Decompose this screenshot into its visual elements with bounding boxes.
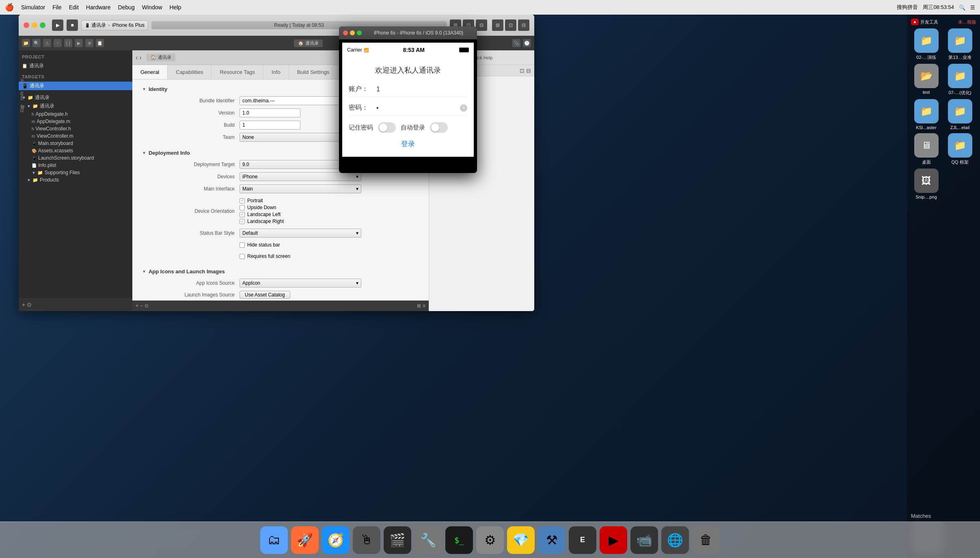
dock-mouse[interactable]: 🖱	[353, 526, 380, 554]
minimize-button[interactable]	[32, 22, 37, 28]
nav-item-appdelegate-m[interactable]: m AppDelegate.m	[19, 118, 132, 125]
bottom-add-btn[interactable]: +	[136, 303, 138, 309]
dock-xcode[interactable]: ⚒	[538, 526, 566, 554]
apple-menu[interactable]: 🍎	[5, 3, 14, 12]
menu-hardware[interactable]: Hardware	[86, 4, 111, 11]
bottom-minus-btn[interactable]: −	[140, 303, 143, 309]
maximize-button[interactable]	[40, 22, 45, 28]
util-collapse-btn[interactable]: ⊟	[526, 67, 531, 74]
tab-resource-tags[interactable]: Resource Tags	[212, 65, 263, 79]
desktop-icon-desktop[interactable]: 🖥 桌面	[911, 133, 941, 165]
desktop-icon-test[interactable]: 📂 test	[911, 64, 941, 96]
bottom-list-btn[interactable]: ≡	[423, 303, 425, 309]
nav-report-btn[interactable]: 📋	[96, 39, 104, 47]
nav-breakpt-btn[interactable]: ⊕	[85, 39, 93, 47]
menu-edit[interactable]: Edit	[69, 4, 79, 11]
nav-item-supporting[interactable]: ▼ 📁 Supporting Files	[19, 169, 132, 176]
nav-item-viewcontroller-h[interactable]: h ViewController.h	[19, 125, 132, 132]
dock-syspref[interactable]: ⚙	[476, 526, 504, 554]
dock-sketch[interactable]: 💎	[507, 526, 535, 554]
nav-item-group-root[interactable]: ▼ 📁 通讯录	[19, 93, 132, 102]
sim-account-input[interactable]: 1	[373, 86, 467, 93]
dock-exec[interactable]: E	[569, 526, 596, 554]
nav-symbol-btn[interactable]: { }	[64, 39, 72, 47]
dock-finder[interactable]: 🗂	[260, 526, 288, 554]
bottom-more-btn[interactable]: ⊙	[145, 303, 149, 309]
nav-add-btn[interactable]: +	[22, 301, 25, 308]
desktop-icon-qq[interactable]: 📁 QQ 框架	[945, 133, 975, 165]
sim-remember-switch[interactable]	[378, 122, 396, 133]
tab-build-settings[interactable]: Build Settings	[289, 65, 338, 79]
status-bar-style-select[interactable]: Default ▾	[240, 229, 361, 238]
nav-warning-btn[interactable]: ⚠	[43, 39, 51, 47]
nav-item-project[interactable]: 📋 通讯录	[19, 62, 132, 70]
app-icons-header[interactable]: ▼ App Icons and Launch Images	[142, 268, 419, 275]
input-method[interactable]: 搜狗拼音	[897, 4, 918, 11]
menu-icon[interactable]: ☰	[970, 4, 975, 11]
portrait-checkbox[interactable]	[240, 198, 245, 203]
search-icon[interactable]: 🔍	[959, 4, 965, 11]
hide-statusbar-checkbox[interactable]	[240, 242, 245, 248]
desktop-icon-13[interactable]: 📁 第13…业准	[945, 28, 975, 61]
scheme-selector[interactable]: 📱 通讯录 › iPhone 6s Plus	[81, 20, 148, 30]
devices-select[interactable]: iPhone ▾	[240, 172, 361, 181]
bottom-grid-btn[interactable]: ⊞	[417, 303, 421, 309]
menu-window[interactable]: Window	[142, 4, 162, 11]
stop-button[interactable]: ■	[67, 19, 78, 31]
nav-item-viewcontroller-m[interactable]: m ViewController.m	[19, 132, 132, 140]
util-expand-btn[interactable]: ⊡	[520, 67, 525, 74]
dock-safari[interactable]: 🧭	[322, 526, 350, 554]
main-interface-select[interactable]: Main ▾	[240, 184, 361, 193]
sim-password-clear-btn[interactable]: ✕	[460, 104, 467, 112]
run-button[interactable]: ▶	[52, 19, 63, 31]
dock-tools[interactable]: 🔧	[414, 526, 442, 554]
dock-launchpad[interactable]: 🚀	[291, 526, 319, 554]
nav-item-target[interactable]: 📱 通讯录	[19, 82, 132, 90]
util-inspector-btn[interactable]: 📎	[512, 39, 520, 47]
util-history-btn[interactable]: 🕐	[523, 39, 531, 47]
tab-general[interactable]: General	[132, 65, 168, 79]
dock-trash[interactable]: 🗑	[692, 526, 720, 554]
desktop-icon-zjl[interactable]: 📁 ZJL...etail	[945, 99, 975, 130]
nav-item-infoplist[interactable]: 📄 Info.plist	[19, 162, 132, 169]
nav-search-btn[interactable]: 🔍	[32, 39, 41, 47]
tab-back-btn[interactable]: ‹	[136, 54, 138, 61]
upsidedown-checkbox[interactable]	[240, 205, 245, 210]
use-asset-catalog-btn[interactable]: Use Asset Catalog	[240, 291, 290, 299]
sim-close-btn[interactable]	[343, 30, 348, 35]
dock-video[interactable]: ▶	[600, 526, 627, 554]
nav-folder-btn[interactable]: 📁	[22, 39, 30, 47]
sim-password-input[interactable]: •	[373, 104, 460, 112]
sim-login-button[interactable]: 登录	[401, 140, 415, 148]
sim-auto-login-switch[interactable]	[430, 122, 448, 133]
nav-debug-btn[interactable]: ▶	[75, 39, 83, 47]
nav-item-products[interactable]: ▼ 📁 Products	[19, 176, 132, 184]
menu-simulator[interactable]: Simulator	[21, 4, 45, 11]
dock-screenrecorder[interactable]: 📹	[630, 526, 658, 554]
app-icons-source-select[interactable]: AppIcon ▾	[240, 279, 361, 288]
menu-file[interactable]: File	[52, 4, 62, 11]
tab-info[interactable]: Info	[263, 65, 289, 79]
nav-item-appdelegate-h[interactable]: h AppDelegate.h	[19, 110, 132, 118]
dock-browser[interactable]: 🌐	[661, 526, 689, 554]
nav-item-launchscreen[interactable]: 📱 LaunchScreen.storyboard	[19, 154, 132, 162]
nav-item-assets[interactable]: 🎨 Assets.xcassets	[19, 147, 132, 154]
layout-btn-5[interactable]: ⊡	[505, 19, 516, 31]
sim-minimize-btn[interactable]	[350, 30, 355, 35]
layout-btn-3[interactable]: ⊟	[476, 19, 487, 31]
dock-quicktime[interactable]: 🎬	[384, 526, 411, 554]
requires-fullscreen-checkbox[interactable]	[240, 254, 245, 259]
desktop-icon-ksl[interactable]: 📁 KSl...aster	[911, 99, 941, 130]
tab-capabilities[interactable]: Capabilities	[168, 65, 212, 79]
nav-filter-btn[interactable]: ⊙	[27, 301, 32, 308]
sim-maximize-btn[interactable]	[357, 30, 362, 35]
menu-help[interactable]: Help	[170, 4, 181, 11]
desktop-icon-07[interactable]: 📁 07-…(优化)	[945, 64, 975, 96]
landscape-left-checkbox[interactable]	[240, 212, 245, 217]
dock-terminal[interactable]: $_	[445, 526, 473, 554]
desktop-icon-snip[interactable]: 🖼 Snip....png	[911, 169, 941, 199]
layout-btn-6[interactable]: ⊟	[518, 19, 529, 31]
desktop-icon-02[interactable]: 📁 02-…演练	[911, 28, 941, 61]
nav-git-btn[interactable]: ↑	[54, 39, 62, 47]
nav-item-main-storyboard[interactable]: 📱 Main.storyboard	[19, 140, 132, 147]
